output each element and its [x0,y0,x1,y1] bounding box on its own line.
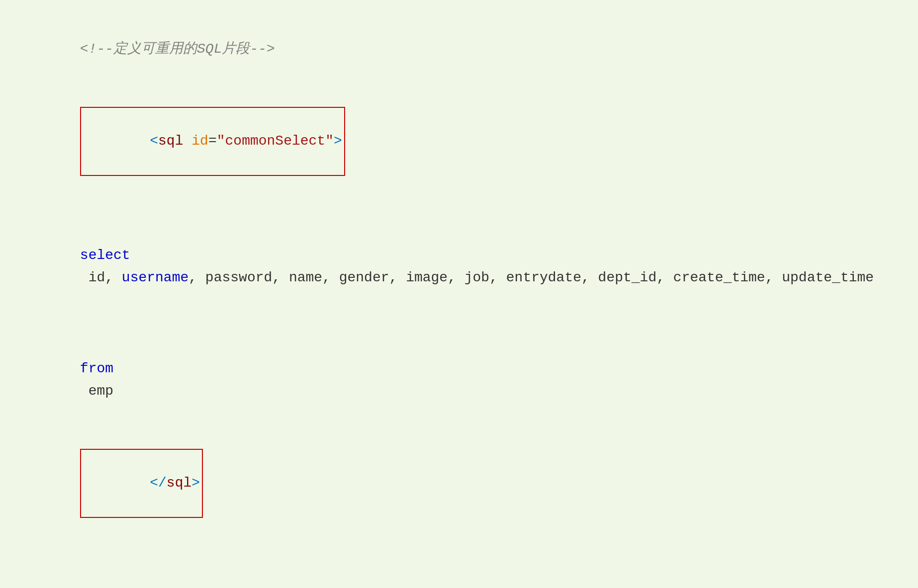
content-6 [20,542,918,564]
sql-table: emp [80,383,113,399]
content-3: select id, username, password, name, gen… [20,200,918,311]
content-2: <sql id="commonSelect"> [20,84,918,198]
sql-close-tag-highlighted: </sql> [80,449,203,517]
code-editor: <!--定义可重用的SQL片段--> <sql id="commonSelect… [0,0,918,588]
tag-sql-close: sql [167,475,191,491]
bracket-open-2: < [150,133,158,149]
attr-val-commonselect: "commonSelect" [217,133,334,149]
content-1: <!--定义可重用的SQL片段--> [20,16,918,83]
line-5: </sql> [0,425,918,541]
bracket-slash-5: </ [150,475,167,491]
keyword-from: from [80,361,113,376]
line-6 [0,541,918,565]
line-4: from emp [0,312,918,425]
tag-sql: sql [158,133,183,149]
line-2: <sql id="commonSelect"> [0,84,918,199]
bracket-close-5: > [191,475,200,491]
line-1: <!--定义可重用的SQL片段--> [0,15,918,84]
content-5: </sql> [20,426,918,540]
content-4: from emp [20,313,918,424]
comment-1: <!--定义可重用的SQL片段--> [80,41,275,57]
line-7: <!--动态条件查询员工信息--> [0,565,918,588]
equals-2: = [208,133,217,149]
line-3: select id, username, password, name, gen… [0,199,918,312]
attr-id-2: id [191,133,208,149]
keyword-select: select [80,248,130,263]
sql-fields: id, username, password, name, gender, im… [80,270,874,285]
sql-open-tag-highlighted: <sql id="commonSelect"> [80,107,345,175]
bracket-close-2: > [334,133,342,149]
content-7: <!--动态条件查询员工信息--> [20,566,918,588]
